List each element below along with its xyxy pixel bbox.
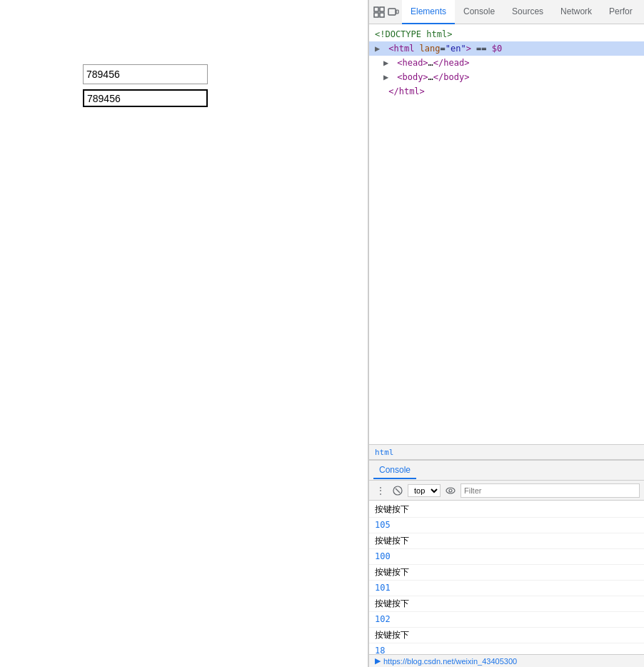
devtools-panel: Elements Console Sources Network Perfor … (368, 0, 644, 667)
expand-body-icon[interactable]: ▶ (383, 71, 392, 84)
doctype-text: <!DOCTYPE html> (375, 29, 452, 39)
dom-html-close: </html> (369, 84, 644, 99)
console-line-text-2: 按键按下 (369, 565, 644, 581)
html-open-tag: <html (388, 44, 419, 54)
text-input[interactable] (83, 64, 208, 84)
context-selector[interactable]: top (408, 484, 441, 497)
preserve-log-button[interactable] (443, 483, 458, 498)
breadcrumb-html[interactable]: html (375, 448, 394, 457)
expand-head-icon[interactable]: ▶ (383, 56, 392, 69)
console-line-num-4: 18 (369, 643, 644, 654)
devtools-tabs: Elements Console Sources Network Perfor (402, 0, 641, 24)
console-line-text-0: 按键按下 (369, 502, 644, 518)
number-input[interactable] (83, 89, 208, 107)
console-toolbar: Console (369, 461, 644, 481)
svg-rect-5 (396, 10, 398, 14)
console-second-toolbar: ⋮ top (369, 481, 644, 501)
svg-point-8 (446, 488, 455, 493)
console-source-link[interactable]: https://blog.csdn.net/weixin_43405300 (383, 657, 517, 666)
svg-rect-4 (388, 9, 396, 15)
console-panel: Console ⋮ top (369, 460, 644, 667)
console-line-text-4: 按键按下 (369, 628, 644, 643)
tab-network[interactable]: Network (552, 0, 600, 24)
console-line-num-1: 100 (369, 549, 644, 565)
tab-console[interactable]: Console (455, 0, 503, 24)
expand-html-icon[interactable]: ▶ (375, 42, 383, 55)
console-bottom-bar: ▶ https://blog.csdn.net/weixin_43405300 (369, 654, 644, 667)
console-line-text-1: 按键按下 (369, 533, 644, 549)
clear-console-button[interactable] (391, 483, 405, 498)
console-tab-label[interactable]: Console (373, 462, 416, 479)
console-line-num-2: 101 (369, 581, 644, 596)
breadcrumb-bar: html (369, 444, 644, 460)
bottom-arrow-icon[interactable]: ▶ (375, 656, 381, 666)
dom-html-element[interactable]: ▶ <html lang="en"> == $0 (369, 41, 644, 56)
inspect-element-button[interactable] (373, 4, 385, 21)
svg-rect-3 (380, 13, 384, 17)
tab-sources[interactable]: Sources (503, 0, 552, 24)
svg-rect-1 (380, 7, 384, 11)
page-area (0, 0, 368, 667)
console-output: 按键按下 105 按键按下 100 按键按下 101 按键按下 102 (369, 501, 644, 654)
tab-performance[interactable]: Perfor (600, 0, 641, 24)
device-toggle-button[interactable] (388, 4, 399, 21)
devtools-toolbar: Elements Console Sources Network Perfor (369, 0, 644, 24)
svg-rect-2 (374, 13, 378, 17)
dom-body-element[interactable]: ▶ <body>…</body> (369, 70, 644, 84)
console-menu-button[interactable]: ⋮ (373, 483, 388, 498)
svg-line-7 (396, 488, 400, 493)
svg-point-9 (449, 489, 452, 492)
console-line-num-0: 105 (369, 518, 644, 533)
svg-rect-0 (374, 7, 378, 11)
dom-doctype: <!DOCTYPE html> (369, 27, 644, 41)
console-line-num-3: 102 (369, 612, 644, 628)
elements-panel: <!DOCTYPE html> ▶ <html lang="en"> == $0… (369, 24, 644, 444)
console-filter-input[interactable] (461, 483, 640, 498)
tab-elements[interactable]: Elements (402, 0, 455, 24)
console-line-text-3: 按键按下 (369, 596, 644, 612)
dom-head-element[interactable]: ▶ <head>…</head> (369, 56, 644, 70)
